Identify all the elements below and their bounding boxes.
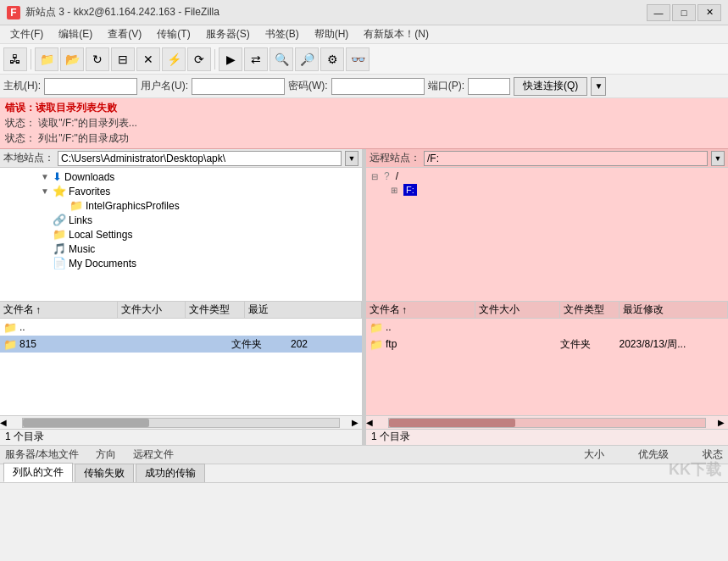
menu-update[interactable]: 有新版本！(N) xyxy=(357,25,436,43)
tb-open-local[interactable]: 📂 xyxy=(60,47,84,71)
col-filesize-left[interactable]: 文件大小 xyxy=(118,302,186,318)
tab-queued[interactable]: 列队的文件 xyxy=(3,463,73,482)
menu-help[interactable]: 帮助(H) xyxy=(308,25,356,43)
local-path-input[interactable] xyxy=(58,151,342,166)
tree-item-label: My Documents xyxy=(69,258,136,269)
tb-reconnect[interactable]: ⟳ xyxy=(187,47,211,71)
expand-icon: ▼ xyxy=(40,186,50,197)
col-filesize-right[interactable]: 文件大小 xyxy=(475,302,560,318)
tree-item-links[interactable]: 🔗 Links xyxy=(2,213,360,227)
tree-item-label: Downloads xyxy=(64,171,114,183)
right-h-scrollbar[interactable] xyxy=(388,418,706,428)
left-file-panel: 文件名 ↑ 文件大小 文件类型 最近 📁 .. xyxy=(0,302,363,446)
col-filedate-right[interactable]: 最近修改 xyxy=(620,302,729,318)
file-row[interactable]: 📁 ftp 文件夹 2023/8/13/周... xyxy=(366,336,728,353)
tb-refresh[interactable]: ↻ xyxy=(86,47,109,71)
host-input[interactable] xyxy=(44,78,137,95)
menu-file[interactable]: 文件(F) xyxy=(3,25,50,43)
user-input[interactable] xyxy=(192,78,285,95)
menu-edit[interactable]: 编辑(E) xyxy=(52,25,99,43)
left-dir-count: 1 个目录 xyxy=(0,430,49,445)
file-type-cell: 文件夹 xyxy=(231,337,291,352)
folder-icon: 📁 xyxy=(370,338,383,351)
tb-cancel[interactable]: ✕ xyxy=(136,47,160,71)
menu-server[interactable]: 服务器(S) xyxy=(199,25,257,43)
tb-search[interactable]: 🔍 xyxy=(270,47,293,71)
tree-item-localsettings[interactable]: 📁 Local Settings xyxy=(2,227,360,242)
question-icon: ? xyxy=(384,170,390,182)
minimize-button[interactable]: — xyxy=(647,4,670,21)
right-summary: 1 个目录 xyxy=(366,429,728,446)
tb-filter[interactable]: ⚙ xyxy=(320,47,344,71)
tb-toggle-tree[interactable]: ⊟ xyxy=(111,47,135,71)
tb-binoculars[interactable]: 👓 xyxy=(346,47,370,71)
col-filename-right[interactable]: 文件名 ↑ xyxy=(366,302,475,318)
col-filename-left[interactable]: 文件名 ↑ xyxy=(0,302,118,318)
tab-success[interactable]: 成功的传输 xyxy=(136,464,205,482)
tab-failed[interactable]: 传输失败 xyxy=(75,464,134,482)
folder-icon: 📁 xyxy=(3,338,17,351)
local-site-label: 本地站点： xyxy=(3,151,54,165)
tb-compare[interactable]: ⇄ xyxy=(244,47,268,71)
right-file-list: 📁 .. 📁 ftp 文件夹 2023/8/13/周... xyxy=(366,319,728,415)
right-tree-panel: 远程站点： ▼ ⊟ ? / ⊞ F: xyxy=(366,149,728,301)
close-button[interactable]: ✕ xyxy=(697,4,721,21)
watermark: KK下载 xyxy=(669,459,721,480)
tree-item-favorites[interactable]: ▼ ⭐ Favorites xyxy=(2,184,360,198)
tb-find[interactable]: 🔎 xyxy=(295,47,319,71)
menu-bookmarks[interactable]: 书签(B) xyxy=(258,25,306,43)
tb-disconnect[interactable]: ⚡ xyxy=(162,47,186,71)
queue-col-direction: 方向 xyxy=(96,447,116,462)
tb-new-site[interactable]: 🖧 xyxy=(3,47,27,71)
tree-item-downloads[interactable]: ▼ ⬇ Downloads xyxy=(2,169,360,184)
tree-item-mydocs[interactable]: 📄 My Documents xyxy=(2,256,360,270)
col-filetype-left[interactable]: 文件类型 xyxy=(186,302,245,318)
right-file-panel: 文件名 ↑ 文件大小 文件类型 最近修改 📁 .. xyxy=(366,302,728,446)
scroll-right-btn[interactable]: ▶ xyxy=(718,418,728,427)
file-row[interactable]: 📁 .. xyxy=(366,319,728,336)
quick-connect-button[interactable]: 快速连接(Q) xyxy=(514,77,587,96)
right-file-header: 文件名 ↑ 文件大小 文件类型 最近修改 xyxy=(366,302,728,319)
menu-transfer[interactable]: 传输(T) xyxy=(150,25,197,43)
menu-view[interactable]: 查看(V) xyxy=(101,25,148,43)
col-filedate-left[interactable]: 最近 xyxy=(245,302,363,318)
remote-site-label: 远程站点： xyxy=(370,151,420,165)
tree-item-music[interactable]: 🎵 Music xyxy=(2,242,360,256)
left-h-scrollbar[interactable] xyxy=(22,418,340,428)
directory-tree-panels: 本地站点： ▼ ▼ ⬇ Downloads ▼ ⭐ Favorites xyxy=(0,149,728,302)
right-scrollbar-area: ◀ ▶ xyxy=(366,415,728,429)
tree-item-label: Local Settings xyxy=(69,229,132,241)
local-path-dropdown[interactable]: ▼ xyxy=(345,151,358,166)
left-scrollbar-area: ◀ ▶ xyxy=(0,415,362,429)
menu-bar: 文件(F) 编辑(E) 查看(V) 传输(T) 服务器(S) 书签(B) 帮助(… xyxy=(0,25,728,44)
folder-icon: 📄 xyxy=(53,257,66,269)
file-date-cell: 202 xyxy=(291,338,358,350)
file-row[interactable]: 📁 .. xyxy=(0,319,362,336)
scroll-left-btn[interactable]: ◀ xyxy=(0,418,10,427)
left-file-list: 📁 .. 📁 815 文件夹 202 xyxy=(0,319,362,415)
scroll-right-btn[interactable]: ▶ xyxy=(352,418,362,427)
remote-tree: ⊟ ? / ⊞ F: xyxy=(366,168,728,301)
expand-icon xyxy=(40,258,50,269)
folder-download-icon: ⬇ xyxy=(53,170,62,183)
pass-input[interactable] xyxy=(331,78,425,95)
connect-dropdown[interactable]: ▼ xyxy=(591,77,606,96)
left-panel-header: 本地站点： ▼ xyxy=(0,149,362,168)
port-input[interactable] xyxy=(468,78,510,95)
remote-path-dropdown[interactable]: ▼ xyxy=(711,151,725,166)
title-bar: F 新站点 3 - kkx2@61.164.242.163 - FileZill… xyxy=(0,0,728,25)
expand-icon: ▼ xyxy=(40,172,50,182)
file-row[interactable]: 📁 815 文件夹 202 xyxy=(0,336,362,353)
tree-item-intel[interactable]: 📁 IntelGraphicsProfiles xyxy=(2,198,360,213)
maximize-button[interactable]: □ xyxy=(672,4,696,21)
folder-star-icon: ⭐ xyxy=(53,185,66,197)
expand-icon xyxy=(40,230,50,240)
scroll-left-btn[interactable]: ◀ xyxy=(366,418,376,427)
tb-upload[interactable]: ▶ xyxy=(219,47,242,71)
tree-item-root[interactable]: ⊟ ? / xyxy=(368,169,726,183)
col-filetype-right[interactable]: 文件类型 xyxy=(560,302,620,318)
tree-item-f-drive[interactable]: ⊞ F: xyxy=(368,183,726,197)
remote-path-input[interactable] xyxy=(424,151,708,166)
expand-icon xyxy=(40,215,50,225)
tb-open-manager[interactable]: 📁 xyxy=(35,47,58,71)
